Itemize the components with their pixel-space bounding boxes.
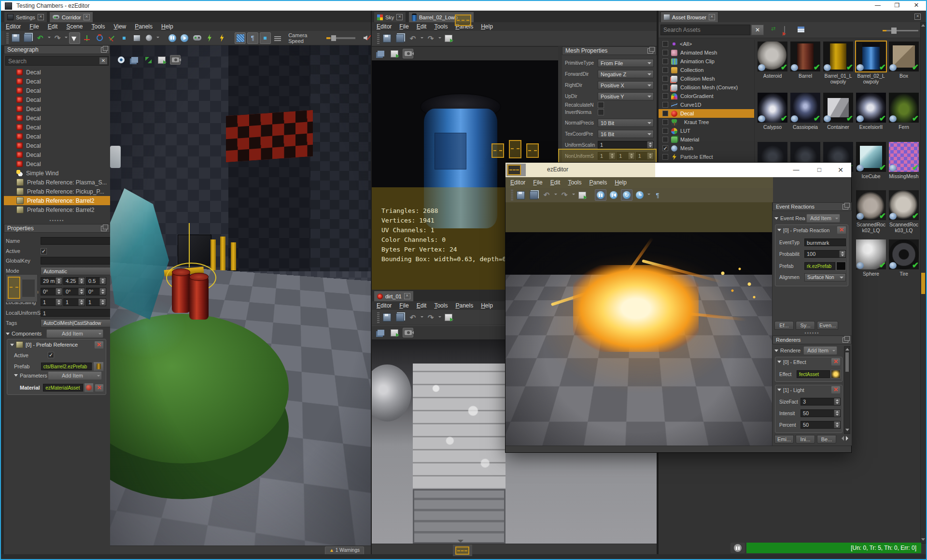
scenegraph-item[interactable]: Decal <box>4 104 110 113</box>
tabs-scroll-right[interactable] <box>846 436 851 441</box>
tab-close-icon[interactable] <box>404 293 410 299</box>
close-button[interactable]: ✕ <box>830 165 851 176</box>
asset-category[interactable]: LUT <box>659 126 754 135</box>
menu-item[interactable]: Help <box>615 179 627 186</box>
asset-category[interactable]: Collision Mesh <box>659 74 754 83</box>
box-gizmo-button[interactable] <box>131 32 142 44</box>
remove-renderer-button[interactable] <box>831 358 841 366</box>
undo-button[interactable] <box>407 33 419 44</box>
redo-button[interactable] <box>52 32 63 44</box>
pause-transform-button[interactable] <box>730 543 745 553</box>
menu-item[interactable]: File <box>533 179 542 186</box>
asset-search-input[interactable]: Search Assets <box>660 25 750 35</box>
particle-window-titlebar[interactable]: ezEditor — □ ✕ <box>506 163 851 177</box>
normal-precision-dropdown[interactable]: 10 Bit <box>598 119 654 127</box>
event-type-field[interactable]: burnmark <box>804 238 846 246</box>
menu-item[interactable]: File <box>399 302 408 309</box>
simulate-gamepad-button[interactable] <box>192 32 203 44</box>
parameters-add-item-button[interactable]: Add Item <box>48 371 102 380</box>
view-eye-button[interactable] <box>116 55 126 65</box>
menu-item[interactable]: Tools <box>91 23 105 30</box>
category-checkbox[interactable] <box>662 50 668 56</box>
export-asset-button[interactable] <box>443 312 454 323</box>
asset-tile[interactable]: ScannedRoc k03_LQ <box>887 189 920 233</box>
tab-asset-browser[interactable]: Asset Browser <box>660 12 718 22</box>
save-button[interactable] <box>515 189 526 201</box>
group-caret-icon[interactable] <box>774 350 778 354</box>
warnings-button[interactable]: ▲ 1 Warnings <box>325 546 364 555</box>
sphere-gizmo-button[interactable] <box>143 32 154 44</box>
right-dir-dropdown[interactable]: Positive X <box>598 81 654 89</box>
asset-scrollbar-thumb[interactable] <box>921 273 925 294</box>
scenegraph-item[interactable]: Decal <box>4 68 110 77</box>
uniform-scaling-spinner[interactable]: 1 <box>598 141 654 149</box>
view-expand-button[interactable] <box>143 55 154 65</box>
menu-item[interactable]: Tools <box>568 179 581 186</box>
renderers-scrollbar-thumb[interactable] <box>845 352 849 372</box>
scenegraph-item[interactable]: Decal <box>4 113 110 123</box>
save-button[interactable] <box>10 32 21 44</box>
particle-preview-viewport[interactable] <box>506 202 772 446</box>
tab-corridor[interactable]: Corridor <box>49 12 93 22</box>
invert-normals-checkbox[interactable] <box>598 109 604 115</box>
tabs-scroll-left[interactable] <box>839 436 844 441</box>
toolbar-grip[interactable] <box>511 190 513 200</box>
category-checkbox[interactable] <box>662 58 668 64</box>
category-checkbox[interactable] <box>662 128 668 134</box>
menu-item[interactable]: Edit <box>417 302 427 309</box>
scenegraph-search[interactable]: Search ✕ <box>5 56 109 66</box>
renderers-add-item-button[interactable]: Add Item <box>803 346 837 355</box>
alignment-dropdown[interactable]: Surface Non <box>804 273 846 281</box>
category-checkbox[interactable] <box>662 76 668 82</box>
material-asset-field[interactable]: ezMaterialAsset <box>43 384 83 392</box>
scene-viewport[interactable] <box>110 45 371 546</box>
undo-button[interactable] <box>35 32 46 44</box>
dock-tab[interactable]: Even... <box>817 321 838 330</box>
panel-splitter[interactable]: •••••• <box>4 218 110 223</box>
asset-category[interactable]: Decal <box>659 109 754 118</box>
components-add-item-button[interactable]: Add Item <box>46 329 103 338</box>
scaling-x-spinner[interactable]: 1 <box>41 298 62 306</box>
view-camera-button[interactable] <box>170 55 181 65</box>
reaction-prefab-field[interactable]: rk.ezPrefab <box>804 262 835 270</box>
renderers-scrollbar[interactable] <box>844 346 850 434</box>
undo-button[interactable] <box>541 189 552 201</box>
size-factor-spinner[interactable]: 3 <box>801 398 841 406</box>
position-y-spinner[interactable]: 4.25 <box>63 277 85 285</box>
asset-tile[interactable]: ExcelsiorII <box>855 92 887 130</box>
view-panels-button[interactable] <box>376 49 386 58</box>
item-caret-icon[interactable] <box>777 229 781 233</box>
category-checkbox[interactable] <box>662 119 668 125</box>
layers-button[interactable] <box>272 32 283 44</box>
scenegraph-item[interactable]: Decal <box>4 86 110 95</box>
asset-tile[interactable]: Barrel_01_L owpoly <box>822 41 855 84</box>
tab-settings[interactable]: Settings <box>4 12 47 22</box>
dock-tab[interactable]: Be... <box>817 435 836 444</box>
snap-dot-button[interactable] <box>119 32 130 44</box>
export-assets-button[interactable] <box>784 26 785 35</box>
menu-item[interactable]: Help <box>161 23 173 30</box>
asset-category[interactable]: Collision Mesh (Convex) <box>659 83 754 92</box>
asset-tile[interactable]: Asteroid <box>756 41 789 84</box>
category-checkbox[interactable] <box>662 67 668 73</box>
asset-tile[interactable]: Barrel_02_L owpoly <box>855 41 887 84</box>
scenegraph-item[interactable]: Decal <box>4 132 110 141</box>
menu-item[interactable]: Editor <box>510 179 525 186</box>
view-screenshot-button[interactable] <box>389 328 400 337</box>
components-caret-icon[interactable] <box>6 333 10 337</box>
asset-tile[interactable]: Tire <box>887 238 920 277</box>
texcoord-precision-dropdown[interactable]: 16 Bit <box>598 130 654 138</box>
close-button[interactable]: ✕ <box>907 1 926 11</box>
dock-float-icon[interactable] <box>101 47 107 53</box>
parameters-caret-icon[interactable] <box>14 374 18 378</box>
menu-item[interactable]: File <box>399 23 408 30</box>
asset-tile[interactable]: Barrel <box>789 41 822 84</box>
select-tool-button[interactable] <box>69 32 80 44</box>
save-all-button[interactable] <box>394 312 406 323</box>
asset-tile[interactable]: Cassiopeia <box>789 92 822 130</box>
scaling-z-spinner[interactable]: 1 <box>86 298 106 306</box>
asset-category[interactable]: Curve1D <box>659 100 754 109</box>
render-mode-toggle[interactable] <box>235 32 246 44</box>
menu-item[interactable]: Panels <box>589 179 607 186</box>
item-caret-icon[interactable] <box>777 361 781 365</box>
